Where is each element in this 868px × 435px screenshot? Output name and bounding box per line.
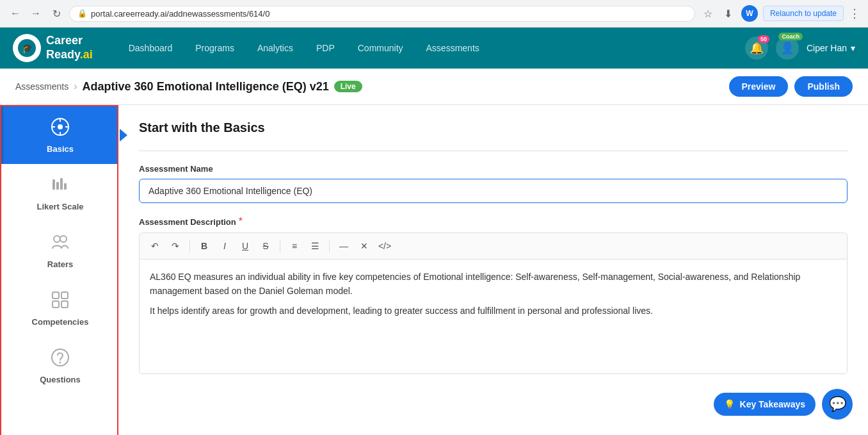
sidebar-label-likert-scale: Likert Scale	[37, 202, 84, 211]
sidebar-item-wrapper-basics: Basics	[1, 106, 117, 164]
sidebar-item-likert-scale[interactable]: Likert Scale	[1, 164, 117, 222]
breadcrumb: Assessments › Adaptive 360 Emotional Int…	[15, 80, 362, 94]
svg-point-13	[60, 236, 67, 242]
sidebar-label-competencies: Competencies	[32, 317, 89, 327]
svg-rect-16	[52, 301, 59, 308]
svg-point-12	[54, 236, 60, 242]
notifications-badge: 50	[758, 35, 769, 43]
logo-area[interactable]: 🎓 Career Ready.ai	[13, 34, 93, 62]
nav-item-pdp[interactable]: PDP	[306, 38, 345, 58]
logo-icon: 🎓	[13, 34, 41, 62]
strikethrough-button[interactable]: S	[257, 237, 275, 255]
app-header: 🎓 Career Ready.ai Dashboard Programs Ana…	[0, 28, 868, 69]
sidebar-label-questions: Questions	[40, 375, 81, 384]
svg-rect-15	[61, 292, 68, 299]
preview-button[interactable]: Preview	[729, 76, 789, 97]
svg-rect-14	[52, 292, 59, 299]
address-bar[interactable]: 🔒 portal.careerready.ai/addnewassessment…	[69, 6, 695, 22]
assessment-description-label: Assessment Description	[139, 217, 236, 227]
italic-button[interactable]: I	[216, 237, 234, 255]
description-paragraph-1: AL360 EQ measures an individual ability …	[150, 270, 837, 299]
assessment-name-input[interactable]	[139, 179, 848, 203]
nav-item-assessments[interactable]: Assessments	[416, 38, 490, 58]
sidebar-label-basics: Basics	[47, 144, 74, 154]
svg-rect-8	[52, 179, 55, 190]
description-paragraph-2: It helps identify areas for growth and d…	[150, 304, 837, 318]
browser-profile-avatar[interactable]: W	[741, 5, 758, 22]
svg-rect-11	[64, 183, 67, 190]
chevron-down-icon: ▾	[851, 43, 855, 53]
logo-text: Career Ready.ai	[46, 34, 93, 62]
browser-actions: ☆ ⬇ W Relaunch to update ⋮	[700, 5, 860, 22]
bold-button[interactable]: B	[195, 237, 213, 255]
toolbar-separator-3	[329, 240, 330, 252]
description-label-row: Assessment Description *	[139, 216, 848, 227]
download-button[interactable]: ⬇	[721, 6, 736, 21]
main-layout: Basics Likert Scale	[0, 105, 868, 435]
breadcrumb-bar: Assessments › Adaptive 360 Emotional Int…	[0, 69, 868, 105]
sidebar-active-arrow	[120, 129, 127, 142]
reload-button[interactable]: ↻	[49, 6, 64, 21]
browser-chrome: ← → ↻ 🔒 portal.careerready.ai/addnewasse…	[0, 0, 868, 28]
key-takeaways-button[interactable]: 💡 Key Takeaways	[714, 393, 816, 416]
dash-button[interactable]: —	[335, 237, 353, 255]
user-profile[interactable]: Ciper Han ▾	[807, 43, 855, 53]
coach-badge: Coach	[778, 33, 803, 40]
toolbar-separator-1	[189, 240, 190, 252]
redo-button[interactable]: ↷	[166, 237, 184, 255]
sidebar-label-raters: Raters	[47, 259, 73, 269]
header-actions: Preview Publish	[729, 76, 853, 97]
nav-item-analytics[interactable]: Analytics	[247, 38, 303, 58]
forward-button[interactable]: →	[28, 6, 44, 21]
code-button[interactable]: </>	[376, 237, 394, 255]
undo-button[interactable]: ↶	[146, 237, 164, 255]
divider	[139, 151, 848, 151]
notifications-button[interactable]: 🔔 50	[745, 37, 768, 60]
chat-button[interactable]: 💬	[822, 389, 853, 420]
browser-menu-button[interactable]: ⋮	[849, 6, 860, 21]
breadcrumb-current: Adaptive 360 Emotional Intelligence (EQ)…	[83, 80, 329, 94]
breadcrumb-separator: ›	[74, 81, 77, 92]
nav-menu: Dashboard Programs Analytics PDP Communi…	[118, 38, 745, 58]
raters-icon	[50, 232, 70, 257]
sidebar-item-basics[interactable]: Basics	[1, 106, 117, 164]
sidebar: Basics Likert Scale	[0, 105, 118, 435]
key-takeaways-label: Key Takeaways	[740, 399, 805, 409]
questions-icon	[50, 347, 70, 372]
unordered-list-button[interactable]: ≡	[285, 237, 303, 255]
coach-button[interactable]: 👤 Coach	[776, 37, 799, 60]
assessment-name-label: Assessment Name	[139, 164, 848, 174]
svg-point-3	[58, 124, 63, 129]
sidebar-item-competencies[interactable]: Competencies	[1, 279, 117, 337]
underline-button[interactable]: U	[236, 237, 254, 255]
nav-item-community[interactable]: Community	[348, 38, 414, 58]
floating-actions: 💡 Key Takeaways 💬	[714, 389, 853, 420]
content-area: Start with the Basics Assessment Name As…	[118, 105, 868, 435]
back-button[interactable]: ←	[8, 6, 23, 21]
lock-icon: 🔒	[77, 9, 87, 18]
assessment-name-group: Assessment Name	[139, 164, 848, 203]
svg-point-19	[60, 362, 61, 364]
status-badge: Live	[334, 81, 362, 92]
svg-rect-10	[60, 178, 63, 190]
nav-item-programs[interactable]: Programs	[185, 38, 245, 58]
publish-button[interactable]: Publish	[794, 76, 853, 97]
section-title: Start with the Basics	[139, 120, 848, 135]
svg-text:🎓: 🎓	[22, 43, 33, 54]
breadcrumb-parent[interactable]: Assessments	[15, 81, 68, 92]
header-right: 🔔 50 👤 Coach Ciper Han ▾	[745, 37, 855, 60]
relaunch-button[interactable]: Relaunch to update	[763, 6, 844, 21]
sidebar-item-raters[interactable]: Raters	[1, 222, 117, 279]
key-takeaways-icon: 💡	[724, 399, 735, 409]
ordered-list-button[interactable]: ☰	[306, 237, 324, 255]
editor-content[interactable]: AL360 EQ measures an individual ability …	[139, 259, 848, 374]
url-text: portal.careerready.ai/addnewassessments/…	[91, 9, 687, 19]
sidebar-item-questions[interactable]: Questions	[1, 337, 117, 395]
svg-rect-9	[56, 182, 59, 190]
likert-scale-icon	[50, 174, 70, 199]
chat-icon: 💬	[829, 396, 846, 413]
bookmark-button[interactable]: ☆	[700, 6, 716, 21]
nav-item-dashboard[interactable]: Dashboard	[118, 38, 183, 58]
clear-button[interactable]: ✕	[355, 237, 373, 255]
editor-toolbar: ↶ ↷ B I U S ≡ ☰ — ✕ </>	[139, 233, 848, 259]
